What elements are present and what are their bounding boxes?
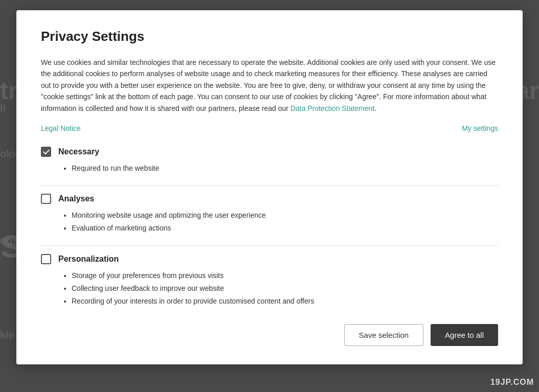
checkbox-necessary[interactable] [41,147,51,157]
list-item: Recording of your interests in order to … [72,295,498,308]
list-item: Evaluation of marketing actions [72,222,498,235]
modal-footer: Save selection Agree to all [41,324,498,346]
section-analyses-title: Analyses [58,194,94,203]
section-necessary-title: Necessary [58,147,99,156]
modal-description: We use cookies and similar technologies … [41,57,498,114]
save-selection-button[interactable]: Save selection [344,324,424,346]
checkbox-personalization[interactable] [41,254,51,264]
list-item: Storage of your preferences from previou… [72,269,498,282]
checkbox-analyses[interactable] [41,194,51,204]
bg-text-li: li [0,102,6,114]
legal-notice-link[interactable]: Legal Notice [41,124,81,132]
section-personalization-items: Storage of your preferences from previou… [41,269,498,308]
section-necessary-header: Necessary [41,147,498,157]
list-item: Collecting user feedback to improve our … [72,282,498,295]
privacy-settings-modal: Privacy Settings We use cookies and simi… [16,10,523,364]
section-necessary-items: Required to run the website [41,162,498,175]
section-necessary: Necessary Required to run the website [41,147,498,175]
data-protection-link[interactable]: Data Protection Statement [290,104,374,112]
modal-wrapper: Privacy Settings We use cookies and simi… [15,10,524,382]
modal-description-text: We use cookies and similar technologies … [41,58,496,112]
section-personalization-header: Personalization [41,254,498,264]
divider-2 [41,245,498,246]
modal-title: Privacy Settings [41,29,498,44]
divider-1 [41,185,498,186]
list-item: Required to run the website [72,162,498,175]
section-analyses-header: Analyses [41,194,498,204]
agree-all-button[interactable]: Agree to all [431,324,498,346]
section-personalization-title: Personalization [58,255,119,264]
list-item: Monitoring website usage and optimizing … [72,209,498,222]
section-analyses: Analyses Monitoring website usage and op… [41,194,498,235]
modal-links: Legal Notice My settings [41,124,498,132]
my-settings-link[interactable]: My settings [462,124,498,132]
modal-description-end: . [374,104,376,112]
section-personalization: Personalization Storage of your preferen… [41,254,498,308]
section-analyses-items: Monitoring website usage and optimizing … [41,209,498,235]
